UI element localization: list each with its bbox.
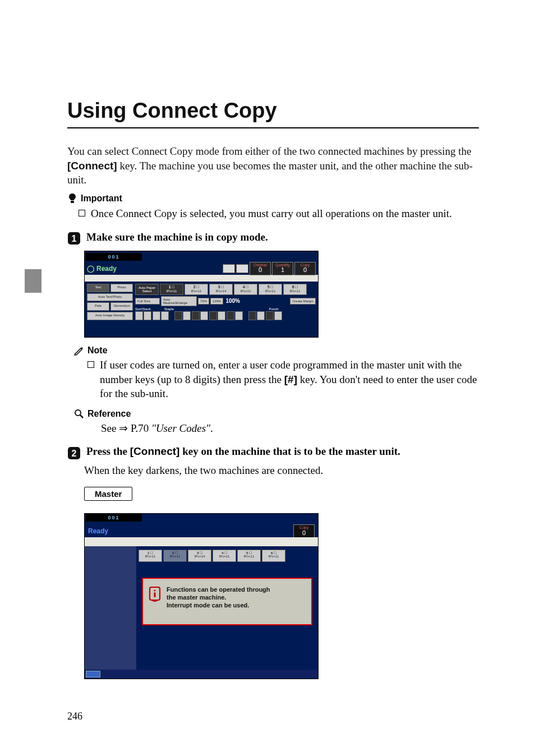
svg-rect-0: [71, 201, 74, 203]
svg-line-4: [80, 415, 83, 418]
step-2: 2 Press the [Connect] key on the machine…: [67, 445, 479, 459]
tray-4: 4 ☐8½×11: [234, 284, 257, 295]
note-text: If user codes are turned on, enter a use…: [100, 358, 479, 401]
step-2-icon: 2: [67, 446, 81, 460]
reference-citation: "User Codes": [151, 422, 210, 434]
svg-text:1: 1: [72, 234, 77, 243]
full-size-button: Full Size: [135, 298, 160, 305]
bullet-box-icon: [87, 361, 94, 368]
copier-screenshot-connected: 001 Ready Copy0 1 ☐8½×11 2 ☐8½×11 3 ☐8½×…: [84, 513, 319, 679]
punch-label: Punch: [232, 307, 316, 311]
important-label: Important: [81, 193, 122, 204]
p2-tray-2: 2 ☐8½×11: [163, 550, 187, 562]
text-mode-button: Text: [87, 284, 109, 292]
magnifier-reference-icon: [74, 409, 84, 419]
panel1-quantity-count: Quantity1: [272, 262, 293, 275]
svg-point-8: [154, 589, 156, 591]
generation-button: Generation: [110, 302, 133, 311]
p2-tray-4: 4 ☐8½×11: [213, 550, 236, 562]
panel1-ready: ◯Ready: [87, 265, 119, 273]
connect-key-label: [Connect]: [67, 160, 117, 172]
page-title: Using Connect Copy: [67, 99, 479, 123]
panel1-left-buttons: Text Photo Auto Text/Photo Pale Generati…: [87, 284, 133, 320]
page-number: 246: [67, 711, 82, 722]
p2-tray-6: 6 ☐8½×11: [262, 550, 285, 562]
auto-paper-select-button: Auto Paper Select: [135, 284, 159, 295]
document-page: Using Connect Copy You can select Connec…: [0, 0, 535, 756]
tray-5: 5 ☐8½×11: [259, 284, 282, 295]
master-box: Master: [84, 487, 132, 501]
step-1: 1 Make sure the machine is in copy mode.: [67, 231, 479, 245]
photo-mode-button: Photo: [110, 284, 133, 292]
important-heading: Important: [67, 193, 479, 204]
connect-key-label-2: [Connect]: [130, 445, 180, 457]
panel2-message-text: Functions can be operated through the ma…: [167, 586, 270, 610]
important-bullet: Once Connect Copy is selected, you must …: [79, 206, 479, 221]
auto-text-photo-button: Auto Text/Photo: [87, 293, 133, 302]
important-text: Once Connect Copy is selected, you must …: [91, 206, 452, 221]
connect-warning-icon: [147, 586, 162, 602]
reference-text: See ⇒ P.70 "User Codes".: [101, 421, 479, 436]
panel1-id: 001: [86, 253, 142, 261]
panel2-ready: Ready: [88, 527, 108, 535]
step-2-body: When the key darkens, the two machines a…: [84, 464, 479, 477]
step-1-icon: 1: [67, 232, 81, 245]
panel1-thumb-icon: [223, 264, 235, 273]
pale-button: Pale: [87, 302, 109, 311]
note-heading: Note: [74, 345, 479, 356]
panel1-thumb-icon: [236, 264, 248, 273]
zoom-129-button: 129%: [210, 298, 223, 305]
svg-text:2: 2: [72, 449, 77, 458]
panel2-id: 001: [86, 514, 142, 522]
panel2-left-col: [85, 546, 136, 670]
panel1-original-count: Original0: [250, 262, 271, 275]
panel2-bottom-icon: [86, 671, 100, 677]
intro-paragraph: You can select Connect Copy mode from ei…: [67, 144, 479, 187]
staple-label: Staple: [164, 307, 232, 311]
intro-line1: You can select Connect Copy mode from ei…: [67, 145, 404, 157]
panel2-copy-count: Copy0: [293, 524, 315, 538]
bullet-box-icon: [79, 210, 85, 216]
title-rule: [67, 127, 479, 128]
reference-heading: Reference: [74, 409, 479, 419]
step-1-text: Make sure the machine is in copy mode.: [86, 231, 268, 243]
auto-image-density-button: Auto Image Density: [87, 312, 133, 320]
note-label: Note: [87, 345, 108, 356]
svg-point-3: [75, 410, 81, 416]
panel1-copy-count: Copy0: [294, 262, 316, 275]
auto-reduce-enlarge-button: Auto Reduce/Enlarge: [161, 296, 197, 306]
p2-tray-5: 5 ☐8½×11: [237, 550, 261, 562]
zoom-73-button: 73%: [198, 298, 209, 305]
p2-tray-1: 1 ☐8½×11: [139, 550, 162, 562]
step-2-text: Press the [Connect] key on the machine t…: [86, 445, 400, 457]
create-margin-button: Create Margin: [290, 298, 316, 305]
reference-label: Reference: [87, 409, 131, 419]
finishing-options-row: [135, 311, 316, 320]
panel2-message-box: Functions can be operated through the ma…: [142, 578, 312, 625]
copier-screenshot-ready: 001 ◯Ready Original0 Quantity1 Copy0 Tex…: [84, 251, 319, 338]
panel2-bottom-bar: [85, 670, 318, 679]
sort-stack-label: Sort/Stack: [135, 307, 164, 311]
tray-1: 1 ☐8½×11: [160, 284, 183, 295]
tray-2: 2 ☐8½×11: [185, 284, 208, 295]
intro-line2b: key. The machine you use becomes the mas…: [117, 160, 339, 172]
hash-key-label: [#]: [284, 374, 297, 385]
chapter-tab: [25, 269, 41, 293]
tray-6: 6 ☐8½×11: [283, 284, 307, 295]
tray-3: 3 ☐8½×14: [209, 284, 233, 295]
intro-line2a: by pressing the: [407, 145, 471, 157]
pencil-note-icon: [74, 345, 84, 356]
zoom-value: 100%: [224, 298, 241, 304]
svg-rect-9: [154, 592, 156, 597]
important-icon: [67, 193, 77, 204]
note-bullet: If user codes are turned on, enter a use…: [87, 358, 479, 401]
p2-tray-3: 3 ☐8½×14: [188, 550, 211, 562]
